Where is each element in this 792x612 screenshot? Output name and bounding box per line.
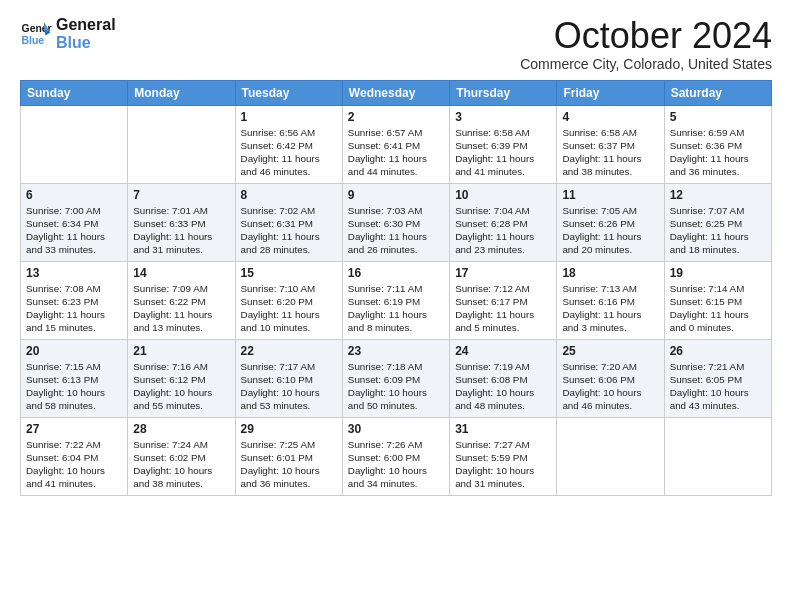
calendar-cell: 25Sunrise: 7:20 AM Sunset: 6:06 PM Dayli… xyxy=(557,339,664,417)
day-info: Sunrise: 7:02 AM Sunset: 6:31 PM Dayligh… xyxy=(241,204,337,257)
logo-icon: General Blue xyxy=(20,18,52,50)
day-info: Sunrise: 7:13 AM Sunset: 6:16 PM Dayligh… xyxy=(562,282,658,335)
day-number: 19 xyxy=(670,266,766,280)
calendar-cell xyxy=(21,105,128,183)
day-info: Sunrise: 7:04 AM Sunset: 6:28 PM Dayligh… xyxy=(455,204,551,257)
calendar-cell: 16Sunrise: 7:11 AM Sunset: 6:19 PM Dayli… xyxy=(342,261,449,339)
day-info: Sunrise: 7:12 AM Sunset: 6:17 PM Dayligh… xyxy=(455,282,551,335)
day-number: 8 xyxy=(241,188,337,202)
weekday-header-friday: Friday xyxy=(557,80,664,105)
day-number: 30 xyxy=(348,422,444,436)
calendar-cell: 4Sunrise: 6:58 AM Sunset: 6:37 PM Daylig… xyxy=(557,105,664,183)
day-number: 2 xyxy=(348,110,444,124)
day-number: 27 xyxy=(26,422,122,436)
calendar-cell: 15Sunrise: 7:10 AM Sunset: 6:20 PM Dayli… xyxy=(235,261,342,339)
logo-line1: General xyxy=(56,16,116,34)
day-number: 5 xyxy=(670,110,766,124)
day-info: Sunrise: 7:01 AM Sunset: 6:33 PM Dayligh… xyxy=(133,204,229,257)
calendar-cell: 7Sunrise: 7:01 AM Sunset: 6:33 PM Daylig… xyxy=(128,183,235,261)
title-block: October 2024 Commerce City, Colorado, Un… xyxy=(520,16,772,72)
day-number: 31 xyxy=(455,422,551,436)
calendar-cell: 1Sunrise: 6:56 AM Sunset: 6:42 PM Daylig… xyxy=(235,105,342,183)
day-info: Sunrise: 7:08 AM Sunset: 6:23 PM Dayligh… xyxy=(26,282,122,335)
day-info: Sunrise: 7:21 AM Sunset: 6:05 PM Dayligh… xyxy=(670,360,766,413)
day-number: 21 xyxy=(133,344,229,358)
day-number: 11 xyxy=(562,188,658,202)
day-number: 12 xyxy=(670,188,766,202)
day-info: Sunrise: 7:05 AM Sunset: 6:26 PM Dayligh… xyxy=(562,204,658,257)
logo-line2: Blue xyxy=(56,34,116,52)
calendar-cell: 30Sunrise: 7:26 AM Sunset: 6:00 PM Dayli… xyxy=(342,417,449,495)
calendar-cell: 28Sunrise: 7:24 AM Sunset: 6:02 PM Dayli… xyxy=(128,417,235,495)
day-info: Sunrise: 7:00 AM Sunset: 6:34 PM Dayligh… xyxy=(26,204,122,257)
calendar-cell: 3Sunrise: 6:58 AM Sunset: 6:39 PM Daylig… xyxy=(450,105,557,183)
calendar-cell: 26Sunrise: 7:21 AM Sunset: 6:05 PM Dayli… xyxy=(664,339,771,417)
day-info: Sunrise: 7:24 AM Sunset: 6:02 PM Dayligh… xyxy=(133,438,229,491)
calendar-week-2: 6Sunrise: 7:00 AM Sunset: 6:34 PM Daylig… xyxy=(21,183,772,261)
day-number: 26 xyxy=(670,344,766,358)
day-info: Sunrise: 7:16 AM Sunset: 6:12 PM Dayligh… xyxy=(133,360,229,413)
calendar-cell: 10Sunrise: 7:04 AM Sunset: 6:28 PM Dayli… xyxy=(450,183,557,261)
day-info: Sunrise: 6:56 AM Sunset: 6:42 PM Dayligh… xyxy=(241,126,337,179)
weekday-header-row: SundayMondayTuesdayWednesdayThursdayFrid… xyxy=(21,80,772,105)
day-number: 16 xyxy=(348,266,444,280)
day-number: 10 xyxy=(455,188,551,202)
day-info: Sunrise: 6:58 AM Sunset: 6:37 PM Dayligh… xyxy=(562,126,658,179)
calendar-cell: 19Sunrise: 7:14 AM Sunset: 6:15 PM Dayli… xyxy=(664,261,771,339)
day-number: 25 xyxy=(562,344,658,358)
day-number: 13 xyxy=(26,266,122,280)
calendar-cell: 11Sunrise: 7:05 AM Sunset: 6:26 PM Dayli… xyxy=(557,183,664,261)
day-info: Sunrise: 7:26 AM Sunset: 6:00 PM Dayligh… xyxy=(348,438,444,491)
weekday-header-tuesday: Tuesday xyxy=(235,80,342,105)
calendar-cell: 29Sunrise: 7:25 AM Sunset: 6:01 PM Dayli… xyxy=(235,417,342,495)
calendar-cell: 24Sunrise: 7:19 AM Sunset: 6:08 PM Dayli… xyxy=(450,339,557,417)
day-number: 20 xyxy=(26,344,122,358)
day-info: Sunrise: 7:18 AM Sunset: 6:09 PM Dayligh… xyxy=(348,360,444,413)
calendar-cell: 6Sunrise: 7:00 AM Sunset: 6:34 PM Daylig… xyxy=(21,183,128,261)
weekday-header-wednesday: Wednesday xyxy=(342,80,449,105)
calendar-cell: 12Sunrise: 7:07 AM Sunset: 6:25 PM Dayli… xyxy=(664,183,771,261)
day-info: Sunrise: 7:17 AM Sunset: 6:10 PM Dayligh… xyxy=(241,360,337,413)
calendar-cell: 23Sunrise: 7:18 AM Sunset: 6:09 PM Dayli… xyxy=(342,339,449,417)
calendar-week-4: 20Sunrise: 7:15 AM Sunset: 6:13 PM Dayli… xyxy=(21,339,772,417)
day-number: 6 xyxy=(26,188,122,202)
day-info: Sunrise: 7:11 AM Sunset: 6:19 PM Dayligh… xyxy=(348,282,444,335)
day-number: 18 xyxy=(562,266,658,280)
calendar-cell xyxy=(664,417,771,495)
calendar-cell: 13Sunrise: 7:08 AM Sunset: 6:23 PM Dayli… xyxy=(21,261,128,339)
subtitle: Commerce City, Colorado, United States xyxy=(520,56,772,72)
calendar-week-5: 27Sunrise: 7:22 AM Sunset: 6:04 PM Dayli… xyxy=(21,417,772,495)
day-number: 4 xyxy=(562,110,658,124)
calendar-table: SundayMondayTuesdayWednesdayThursdayFrid… xyxy=(20,80,772,496)
calendar-cell: 31Sunrise: 7:27 AM Sunset: 5:59 PM Dayli… xyxy=(450,417,557,495)
calendar-cell: 2Sunrise: 6:57 AM Sunset: 6:41 PM Daylig… xyxy=(342,105,449,183)
month-title: October 2024 xyxy=(520,16,772,56)
day-number: 24 xyxy=(455,344,551,358)
calendar-week-1: 1Sunrise: 6:56 AM Sunset: 6:42 PM Daylig… xyxy=(21,105,772,183)
day-info: Sunrise: 7:19 AM Sunset: 6:08 PM Dayligh… xyxy=(455,360,551,413)
calendar-cell: 5Sunrise: 6:59 AM Sunset: 6:36 PM Daylig… xyxy=(664,105,771,183)
calendar-cell: 17Sunrise: 7:12 AM Sunset: 6:17 PM Dayli… xyxy=(450,261,557,339)
weekday-header-monday: Monday xyxy=(128,80,235,105)
calendar-cell: 21Sunrise: 7:16 AM Sunset: 6:12 PM Dayli… xyxy=(128,339,235,417)
day-number: 3 xyxy=(455,110,551,124)
calendar-cell: 8Sunrise: 7:02 AM Sunset: 6:31 PM Daylig… xyxy=(235,183,342,261)
calendar-cell: 22Sunrise: 7:17 AM Sunset: 6:10 PM Dayli… xyxy=(235,339,342,417)
day-number: 29 xyxy=(241,422,337,436)
day-number: 7 xyxy=(133,188,229,202)
calendar-cell: 14Sunrise: 7:09 AM Sunset: 6:22 PM Dayli… xyxy=(128,261,235,339)
calendar-cell: 18Sunrise: 7:13 AM Sunset: 6:16 PM Dayli… xyxy=(557,261,664,339)
calendar-cell: 27Sunrise: 7:22 AM Sunset: 6:04 PM Dayli… xyxy=(21,417,128,495)
day-number: 1 xyxy=(241,110,337,124)
day-info: Sunrise: 7:25 AM Sunset: 6:01 PM Dayligh… xyxy=(241,438,337,491)
calendar-cell xyxy=(557,417,664,495)
day-info: Sunrise: 6:59 AM Sunset: 6:36 PM Dayligh… xyxy=(670,126,766,179)
day-number: 22 xyxy=(241,344,337,358)
svg-text:Blue: Blue xyxy=(22,35,45,46)
calendar-cell: 9Sunrise: 7:03 AM Sunset: 6:30 PM Daylig… xyxy=(342,183,449,261)
day-info: Sunrise: 7:03 AM Sunset: 6:30 PM Dayligh… xyxy=(348,204,444,257)
calendar-week-3: 13Sunrise: 7:08 AM Sunset: 6:23 PM Dayli… xyxy=(21,261,772,339)
day-number: 9 xyxy=(348,188,444,202)
weekday-header-thursday: Thursday xyxy=(450,80,557,105)
logo: General Blue General Blue xyxy=(20,16,116,53)
